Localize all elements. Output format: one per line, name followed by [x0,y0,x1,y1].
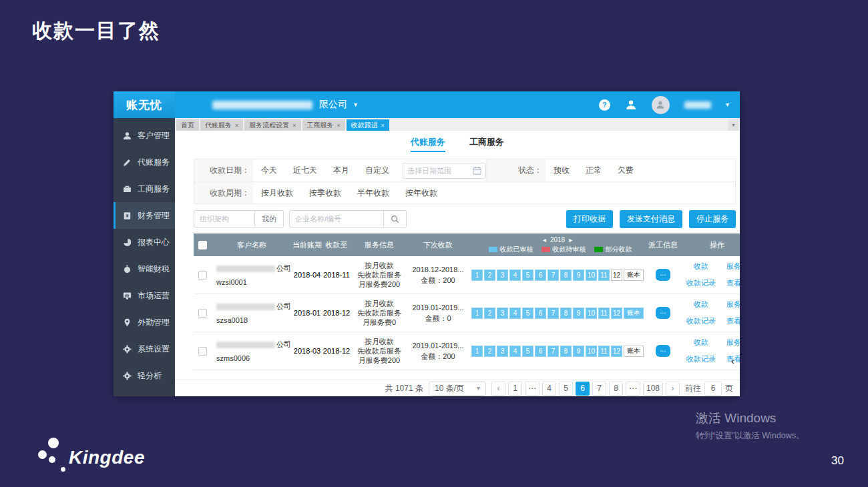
page-button[interactable]: 5 [559,382,573,396]
user-menu-caret-icon[interactable]: ▾ [726,101,729,108]
date-range-picker[interactable] [403,163,486,179]
page-size-select[interactable]: 10 条/页 ▾ [429,382,486,396]
month-cell[interactable]: 2 [484,308,495,319]
month-cell[interactable]: 8 [560,270,572,281]
avatar[interactable] [652,96,670,114]
row-checkbox[interactable] [198,271,207,280]
next-page-button[interactable]: › [666,382,680,396]
page-button[interactable]: 6 [576,382,590,396]
dispatch-more-button[interactable]: ⋯ [656,269,670,281]
date-option-custom[interactable]: 自定义 [365,165,389,176]
company-search-input[interactable] [289,210,384,227]
close-icon[interactable]: × [337,122,341,129]
stop-service-button[interactable]: 停止服务 [689,210,736,228]
sidebar-item-analysis[interactable]: 轻分析 [114,362,175,389]
tab-home[interactable]: 首页 [176,119,199,131]
month-cell[interactable]: 5 [522,346,533,357]
month-cell[interactable]: 8 [560,346,572,357]
sidebar-item-customer[interactable]: 客户管理 [114,122,175,149]
org-structure-input[interactable] [194,210,255,227]
month-cell[interactable]: 9 [573,346,584,357]
page-button[interactable]: 108 [643,382,663,396]
send-payment-message-button[interactable]: 发送支付消息 [620,210,682,228]
date-option-week[interactable]: 近七天 [293,165,317,176]
collection-record-link[interactable]: 收款记录 [686,354,716,364]
month-cell[interactable]: 2 [484,346,495,357]
month-cell[interactable]: 10 [586,308,597,319]
month-cell[interactable]: 10 [586,346,597,357]
sidebar-item-business[interactable]: 工商服务 [114,175,175,202]
sidebar-item-report[interactable]: 报表中心 [114,229,175,256]
print-receipt-button[interactable]: 打印收据 [566,210,613,228]
tab-industry-service[interactable]: 工商服务 [469,136,504,152]
search-button[interactable] [384,210,407,227]
row-checkbox[interactable] [198,309,207,318]
tab-collection-followup[interactable]: 收款跟进× [347,119,389,131]
month-cell[interactable]: 3 [497,346,508,357]
sidebar-item-bookkeeping[interactable]: 代账服务 [114,149,175,175]
dispatch-more-button[interactable]: ⋯ [656,307,670,319]
cycle-option-monthly[interactable]: 按月收款 [261,187,293,199]
status-option-prepaid[interactable]: 预收 [554,165,570,176]
month-cell[interactable]: 4 [509,270,521,281]
service-setting-link[interactable]: 服务设置 [726,300,740,310]
ledger-button[interactable]: 账本 [624,270,644,281]
tab-agency-service[interactable]: 代账服务 [411,136,445,152]
month-cell[interactable]: 5 [522,308,533,319]
month-cell[interactable]: 6 [535,270,546,281]
company-switcher[interactable]: 限公司 ▾ [212,99,357,111]
collect-link[interactable]: 收款 [686,338,716,348]
cycle-option-quarterly[interactable]: 按季收款 [309,187,341,199]
service-setting-link[interactable]: 服务设置 [726,262,740,272]
tab-business-service[interactable]: 工商服务× [302,119,345,131]
month-cell[interactable]: 1 [471,308,483,319]
view-contract-link[interactable]: 查看合同 [726,316,740,326]
month-cell[interactable]: 4 [509,346,521,357]
year-prev-icon[interactable]: ◂ [543,237,546,244]
month-cell[interactable]: 6 [535,308,546,319]
month-cell[interactable]: 11 [598,346,610,357]
status-option-normal[interactable]: 正常 [586,165,602,176]
page-ellipsis[interactable]: ⋯ [626,382,640,396]
row-checkbox[interactable] [198,347,207,356]
sidebar-item-finance[interactable]: ¥ 财务管理 [114,202,175,229]
sidebar-item-settings[interactable]: 系统设置 [114,336,175,362]
ledger-button[interactable]: 账本 [624,346,644,357]
dispatch-more-button[interactable]: ⋯ [656,345,670,357]
page-button[interactable]: 8 [609,382,623,396]
month-cell[interactable]: 4 [509,308,521,319]
page-button[interactable]: 7 [592,382,606,396]
goto-page-input[interactable] [704,382,722,396]
sidebar-item-field-work[interactable]: 外勤管理 [114,309,175,336]
month-cell[interactable]: 2 [484,270,495,281]
month-cell[interactable]: 7 [548,346,559,357]
sidebar-item-market[interactable]: 市场运营 [114,282,175,309]
month-cell[interactable]: 9 [573,270,584,281]
collect-link[interactable]: 收款 [686,262,716,272]
month-cell[interactable]: 7 [548,270,559,281]
month-cell[interactable]: 8 [560,308,572,319]
month-cell[interactable]: 11 [598,270,610,281]
date-option-month[interactable]: 本月 [333,165,349,176]
month-cell[interactable]: 3 [497,270,508,281]
month-cell[interactable]: 12 [611,308,622,319]
year-next-icon[interactable]: ▸ [569,237,572,244]
tab-service-flow-setting[interactable]: 服务流程设置× [244,119,300,131]
view-contract-link[interactable]: 查看合同 [726,278,740,288]
month-cell[interactable]: 10 [586,270,597,281]
status-option-arrears[interactable]: 欠费 [618,165,634,176]
month-cell[interactable]: 5 [522,270,533,281]
tabs-overflow-caret-icon[interactable]: ▾ [728,119,738,131]
month-cell[interactable]: 12 [611,270,622,281]
ledger-button[interactable]: 账本 [624,308,644,319]
month-cell[interactable]: 9 [573,308,584,319]
page-button[interactable]: 1 [508,382,522,396]
chevron-down-icon[interactable]: ▾ [354,101,357,108]
month-cell[interactable]: 1 [471,346,483,357]
mine-button[interactable]: 我的 [255,210,284,227]
month-cell[interactable]: 6 [535,346,546,357]
tab-bookkeeping-service[interactable]: 代账服务× [200,119,243,131]
date-option-today[interactable]: 今天 [261,165,277,176]
collect-link[interactable]: 收款 [686,300,716,310]
help-icon[interactable]: ? [599,99,610,111]
